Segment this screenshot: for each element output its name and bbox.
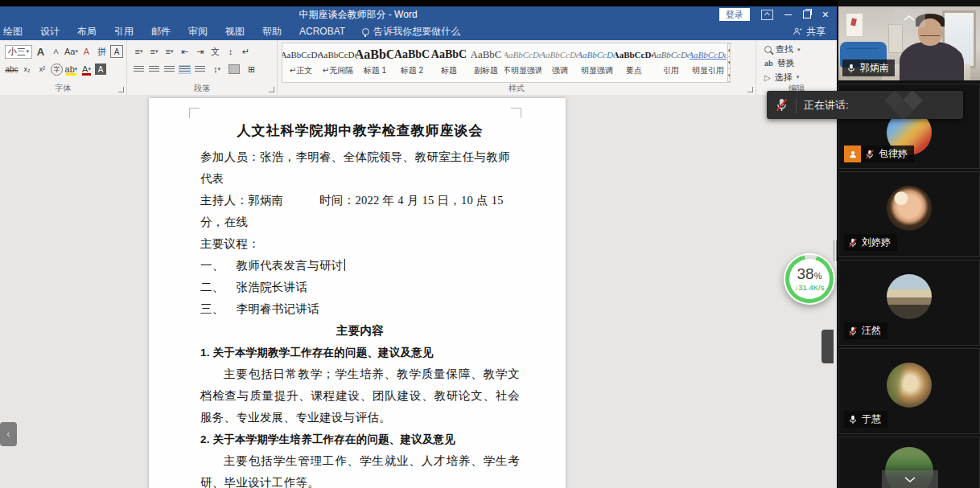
participant-tile[interactable]: 刘婷婷: [838, 171, 980, 257]
find-button[interactable]: 查找 ▾: [764, 43, 830, 55]
restore-icon[interactable]: [803, 10, 811, 18]
font-color-icon[interactable]: A▾: [80, 62, 93, 76]
doc-main-content-heading: 主要内容: [200, 320, 520, 342]
tab-references[interactable]: 引用: [105, 23, 142, 40]
asian-layout-icon[interactable]: 文: [208, 44, 222, 59]
font-dialog-launcher-icon[interactable]: [118, 87, 124, 92]
participant-label: 汪然: [844, 322, 887, 339]
microphone-muted-icon: [848, 326, 858, 337]
line-spacing-icon[interactable]: ↕▾: [210, 62, 224, 76]
change-case-icon[interactable]: Aa▾: [64, 44, 78, 59]
shrink-font-icon[interactable]: A: [49, 44, 63, 59]
align-center-icon[interactable]: [149, 66, 159, 73]
style-normal[interactable]: AaBbCcDc↵正文: [282, 43, 319, 82]
decrease-indent-icon[interactable]: ⇤: [178, 44, 191, 59]
tab-design[interactable]: 设计: [31, 23, 68, 40]
align-left-icon[interactable]: [134, 66, 144, 73]
panel-drag-handle[interactable]: [834, 240, 837, 261]
ribbon-tabs: 绘图 设计 布局 引用 邮件 审阅 视图 帮助 ACROBAT 告诉我你想要做什…: [0, 23, 837, 40]
style-heading1[interactable]: AaBbC标题 1: [356, 43, 393, 82]
select-button[interactable]: ▷ 选择 ▾: [764, 72, 830, 84]
styles-scroll-up-icon[interactable]: ▴: [727, 43, 731, 57]
document-area: 人文社科学院期中教学检查教师座谈会 参加人员：张浩，李明睿、全体院领导、教研室主…: [0, 95, 837, 488]
enclose-character-icon[interactable]: 字: [51, 64, 63, 76]
style-no-spacing[interactable]: AaBbCcDc↵无间隔: [319, 43, 356, 82]
select-cursor-icon: ▷: [764, 73, 771, 82]
character-border-icon[interactable]: A: [110, 45, 123, 58]
increase-indent-icon[interactable]: ⇥: [193, 44, 207, 59]
tab-review[interactable]: 审阅: [179, 23, 216, 40]
participant-tile[interactable]: 汪然: [838, 260, 980, 346]
microphone-icon: [848, 414, 858, 425]
style-title[interactable]: AaBbC标题: [430, 43, 467, 82]
microphone-muted-icon: [865, 149, 875, 160]
style-subtle-emphasis[interactable]: AaBbCcDc不明显强调: [504, 43, 541, 82]
doc-topic-1: 1. 关于本学期教学工作存在的问题、建议及意见: [200, 342, 520, 363]
align-right-icon[interactable]: [164, 66, 175, 73]
style-strong[interactable]: AaBbCcDc要点: [616, 43, 653, 82]
multilevel-list-icon[interactable]: ≡▾: [163, 44, 176, 59]
style-subtitle[interactable]: AaBbC副标题: [467, 43, 504, 82]
doc-line-attendees: 参加人员：张浩，李明睿、全体院领导、教研室主任与教师代表: [200, 146, 520, 190]
grow-font-icon[interactable]: A: [34, 44, 47, 59]
tab-view[interactable]: 视图: [216, 23, 253, 40]
text-highlight-icon[interactable]: ab▾: [64, 62, 78, 76]
avatar: [887, 274, 932, 319]
character-shading-icon[interactable]: A: [95, 64, 106, 75]
styles-scroll-down-icon[interactable]: ▾: [727, 57, 731, 70]
tab-help[interactable]: 帮助: [253, 23, 290, 40]
numbering-icon[interactable]: ≡▾: [147, 44, 161, 59]
search-icon: [764, 46, 772, 53]
borders-icon[interactable]: ⊞: [245, 62, 258, 76]
tab-acrobat[interactable]: ACROBAT: [290, 23, 354, 40]
style-quote[interactable]: AaBbCcDc引用: [653, 43, 690, 82]
share-button[interactable]: 共享: [784, 23, 837, 40]
wall-art: [846, 13, 863, 37]
close-icon[interactable]: ×: [822, 6, 829, 23]
download-progress-badge[interactable]: 38% ↓31.4K/s: [784, 253, 835, 305]
clear-formatting-icon[interactable]: A: [80, 44, 93, 59]
login-button[interactable]: 登录: [719, 8, 750, 21]
style-intense-quote[interactable]: AaBbCcDc明显引用: [690, 43, 727, 82]
vertical-scrollbar-thumb[interactable]: [821, 330, 834, 363]
style-intense-emphasis[interactable]: AaBbCcDc明显强调: [579, 43, 616, 82]
now-speaking-label: 正在讲话:: [804, 98, 849, 113]
tab-draw[interactable]: 绘图: [0, 23, 31, 40]
minimize-icon[interactable]: [784, 14, 792, 15]
speaker-video-tile[interactable]: 郭炳南: [838, 6, 980, 80]
superscript-icon[interactable]: x²: [35, 62, 49, 76]
document-page[interactable]: 人文社科学院期中教学检查教师座谈会 参加人员：张浩，李明睿、全体院领导、教研室主…: [149, 98, 566, 488]
shading-icon[interactable]: [229, 64, 240, 74]
paragraph-group: ≡▾ ≡▾ ≡▾ ⇤ ⇥ 文 ↕ ↵ ↕▾ ⊞: [127, 40, 278, 95]
tab-layout[interactable]: 布局: [68, 23, 105, 40]
justify-icon[interactable]: [179, 66, 190, 73]
styles-gallery-more-icon[interactable]: ▾: [727, 69, 731, 82]
doc-agenda-item-1: 一、 教师代表发言与研讨: [200, 255, 520, 277]
font-size-select[interactable]: 小三 ▾: [5, 45, 32, 59]
titlebar: 中期座谈会教师部分 - Word 登录 ×: [0, 6, 837, 23]
strikethrough-icon[interactable]: abc: [5, 62, 19, 76]
participant-label: 包律婷: [844, 146, 914, 162]
collapse-left-button[interactable]: ‹: [0, 422, 17, 446]
subscript-icon[interactable]: x₂: [20, 62, 34, 76]
replace-button[interactable]: ab 替换: [764, 57, 830, 69]
participant-tile[interactable]: [838, 437, 980, 488]
paragraph-dialog-launcher-icon[interactable]: [269, 87, 274, 92]
style-heading2[interactable]: AaBbC标题 2: [393, 43, 430, 82]
scroll-more-participants-button[interactable]: [882, 470, 938, 488]
collapse-video-button[interactable]: [893, 9, 925, 27]
show-marks-icon[interactable]: ↵: [239, 44, 253, 59]
ribbon: 小三 ▾ A A Aa▾ A 拼 A abc x₂ x² 字 ab▾ A▾: [0, 40, 837, 96]
avatar: [887, 186, 932, 231]
ribbon-display-options-icon[interactable]: [761, 10, 773, 20]
style-emphasis[interactable]: AaBbCcDc强调: [541, 43, 579, 82]
styles-dialog-launcher-icon[interactable]: [747, 87, 753, 92]
divider: [796, 97, 797, 113]
distribute-icon[interactable]: [195, 66, 205, 73]
sort-icon[interactable]: ↕: [224, 44, 237, 59]
tell-me-box[interactable]: 告诉我你想要做什么: [354, 23, 468, 40]
participant-tile[interactable]: 于慧: [838, 348, 980, 434]
phonetic-guide-icon[interactable]: 拼: [95, 44, 109, 59]
bullets-icon[interactable]: ≡▾: [132, 44, 146, 59]
tab-mailings[interactable]: 邮件: [142, 23, 179, 40]
